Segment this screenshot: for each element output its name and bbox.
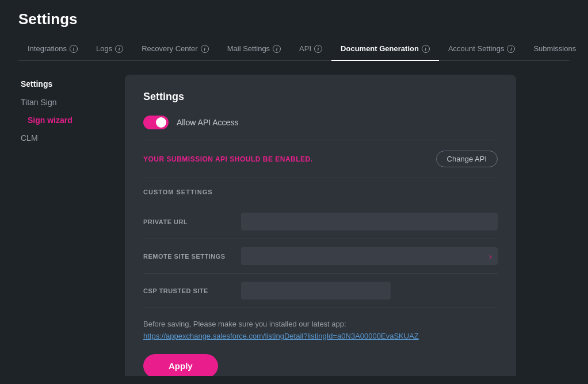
tab-recovery-center[interactable]: Recovery Center i bbox=[132, 39, 218, 61]
info-link[interactable]: https://appexchange.salesforce.com/listi… bbox=[143, 332, 419, 340]
warning-row: YOUR SUBMISSION API SHOULD BE ENABLED. C… bbox=[143, 151, 498, 178]
top-header: Settings Integrations i Logs i Recovery … bbox=[0, 0, 588, 61]
remote-site-input-wrap: › bbox=[241, 247, 498, 265]
allow-api-access-toggle[interactable] bbox=[143, 116, 169, 129]
private-url-label: PRIVATE URL bbox=[143, 218, 230, 225]
tab-submissions[interactable]: Submissions bbox=[524, 39, 585, 61]
info-text-block: Before saving, Please make sure you inst… bbox=[143, 318, 498, 343]
tab-api[interactable]: API i bbox=[290, 39, 331, 61]
sidebar-item-titan-sign[interactable]: Titan Sign bbox=[14, 93, 106, 112]
private-url-input[interactable] bbox=[241, 213, 498, 231]
info-icon-api: i bbox=[314, 45, 322, 53]
remote-site-label: REMOTE SITE SETTINGS bbox=[143, 253, 230, 260]
sidebar-item-settings[interactable]: Settings bbox=[14, 75, 106, 93]
tab-document-generation[interactable]: Document Generation i bbox=[331, 39, 439, 61]
info-icon-account: i bbox=[507, 45, 515, 53]
remote-site-input[interactable] bbox=[241, 247, 498, 265]
info-icon-mail: i bbox=[273, 45, 281, 53]
info-text: Before saving, Please make sure you inst… bbox=[143, 320, 346, 328]
toggle-row: Allow API Access bbox=[143, 116, 498, 140]
tab-mail-settings[interactable]: Mail Settings i bbox=[218, 39, 290, 61]
info-icon-logs: i bbox=[115, 45, 123, 53]
custom-settings-title: CUSTOM SETTINGS bbox=[143, 189, 498, 195]
toggle-label: Allow API Access bbox=[177, 118, 238, 127]
tab-integrations[interactable]: Integrations i bbox=[18, 39, 87, 61]
change-api-button[interactable]: Change API bbox=[436, 151, 498, 167]
csp-label: CSP TRUSTED SITE bbox=[143, 287, 230, 294]
content-area: Settings Allow API Access YOUR SUBMISSIO… bbox=[106, 61, 588, 376]
warning-text: YOUR SUBMISSION API SHOULD BE ENABLED. bbox=[143, 155, 313, 163]
main-layout: Settings Titan Sign Sign wizard CLM Sett… bbox=[0, 61, 588, 376]
tab-account-settings[interactable]: Account Settings i bbox=[439, 39, 525, 61]
info-icon-recovery: i bbox=[201, 45, 209, 53]
page-title: Settings bbox=[18, 10, 570, 28]
form-row-private-url: PRIVATE URL bbox=[143, 205, 498, 239]
sidebar-item-sign-wizard[interactable]: Sign wizard bbox=[14, 112, 106, 129]
info-icon-docgen: i bbox=[422, 45, 430, 53]
sidebar-item-clm[interactable]: CLM bbox=[14, 129, 106, 147]
tab-logs[interactable]: Logs i bbox=[87, 39, 132, 61]
sidebar: Settings Titan Sign Sign wizard CLM bbox=[0, 61, 106, 376]
card-title: Settings bbox=[143, 91, 498, 103]
info-icon-integrations: i bbox=[70, 45, 78, 53]
nav-tabs: Integrations i Logs i Recovery Center i … bbox=[18, 39, 570, 61]
csp-input[interactable] bbox=[241, 282, 391, 299]
form-row-remote-site: REMOTE SITE SETTINGS › bbox=[143, 239, 498, 274]
apply-button[interactable]: Apply bbox=[143, 354, 218, 376]
settings-card: Settings Allow API Access YOUR SUBMISSIO… bbox=[125, 75, 516, 376]
form-row-csp: CSP TRUSTED SITE bbox=[143, 274, 498, 308]
